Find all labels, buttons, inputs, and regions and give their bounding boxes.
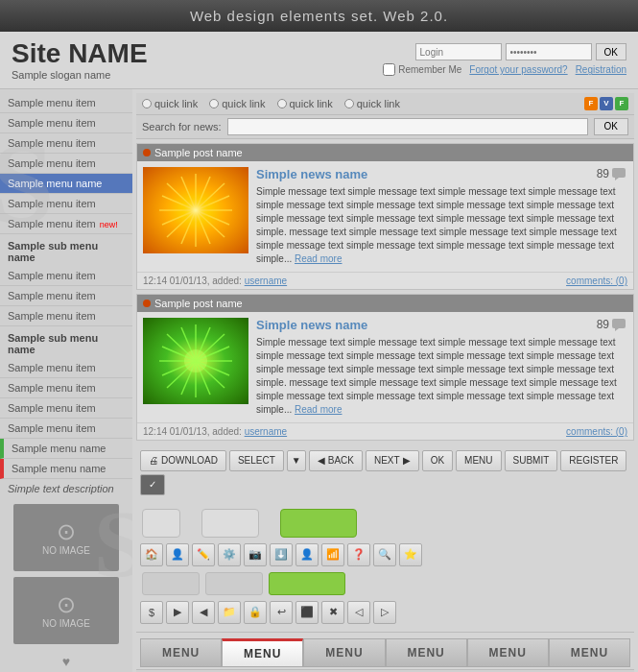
sidebar-item-10[interactable]: Sample menu item: [0, 378, 132, 398]
quick-link-4[interactable]: quick link: [344, 98, 400, 109]
camera-icon-2: ⊙: [57, 591, 76, 618]
settings-icon-btn[interactable]: ⚙️: [218, 543, 241, 566]
svg-marker-37: [615, 328, 619, 331]
submit-button[interactable]: SUBMIT: [505, 450, 558, 471]
check-button[interactable]: ✓: [140, 474, 165, 495]
reply-icon-btn[interactable]: ↩: [270, 601, 293, 624]
bubble-green-1: [280, 509, 357, 538]
bottom-tab-3[interactable]: MENU: [303, 638, 385, 667]
post-2-dot: [143, 300, 151, 307]
svg-point-35: [184, 349, 207, 372]
sidebar-item-red[interactable]: Sample menu name: [0, 459, 132, 479]
sidebar-item-4[interactable]: Sample menu item: [0, 154, 132, 174]
menu-button[interactable]: MENU: [456, 450, 501, 471]
sidebar-item-active[interactable]: Sample menu name: [0, 174, 132, 194]
prev-icon-btn[interactable]: ◁: [347, 601, 370, 624]
sidebar-item-7[interactable]: Sample menu item: [0, 286, 132, 306]
post-2-username[interactable]: username: [245, 426, 287, 437]
post-1-title-row: Simple news name 89: [256, 167, 627, 181]
rss-icon-blue[interactable]: V: [600, 97, 613, 110]
post-2-comments[interactable]: comments: (0): [566, 426, 627, 437]
search-input[interactable]: [227, 118, 588, 135]
search-ok-button[interactable]: OK: [594, 118, 628, 135]
camera-icon-btn[interactable]: 📷: [244, 543, 267, 566]
sidebar-item-9[interactable]: Sample menu item: [0, 358, 132, 378]
sidebar-item-1[interactable]: Sample menu item: [0, 93, 132, 113]
bottom-tab-2-active[interactable]: MENU: [222, 638, 303, 667]
user2-icon-btn[interactable]: 👤: [295, 543, 319, 566]
signal-icon-btn[interactable]: 📶: [321, 543, 344, 566]
header: Site NAME Sample slogan name OK Remember…: [0, 32, 638, 89]
ok-button[interactable]: OK: [422, 450, 453, 471]
download-icon-btn[interactable]: ⬇️: [270, 543, 293, 566]
close-icon-btn[interactable]: ✖: [321, 601, 344, 624]
sidebar-item-12[interactable]: Sample menu item: [0, 419, 132, 439]
rewind-icon-btn[interactable]: ◀: [192, 601, 215, 624]
sidebar-item-green[interactable]: Sample menu name: [0, 439, 132, 459]
edit-icon-btn[interactable]: ✏️: [192, 543, 215, 566]
heart-icon[interactable]: ♥: [0, 650, 132, 672]
square-icon-btn[interactable]: ⬛: [295, 601, 319, 624]
svg-rect-17: [612, 168, 626, 178]
lock-icon-btn[interactable]: 🔒: [244, 601, 267, 624]
post-2-title[interactable]: Simple news name: [256, 318, 367, 332]
rss-icon-orange[interactable]: F: [584, 97, 598, 110]
bubble-right-1: [201, 509, 259, 538]
post-1-comments[interactable]: comments: (0): [566, 276, 627, 286]
post-2-image: [143, 318, 248, 404]
bottom-tab-5[interactable]: MENU: [467, 638, 549, 667]
play-icon-btn[interactable]: ▶: [166, 601, 189, 624]
dropdown-button[interactable]: ▼: [287, 450, 306, 471]
quick-link-1[interactable]: quick link: [142, 98, 198, 109]
comment-bubble-icon-2: [612, 319, 627, 331]
sidebar-item-11[interactable]: Sample menu item: [0, 398, 132, 419]
post-1-title[interactable]: Simple news name: [256, 167, 367, 181]
icon-row-1: 🏠 👤 ✏️ ⚙️ 📷 ⬇️ 👤 📶 ❓ 🔍 ⭐: [140, 543, 630, 566]
sidebar-item-5[interactable]: Sample menu item: [0, 194, 132, 214]
bubbles-row: [140, 505, 630, 541]
bottom-tab-1[interactable]: MENU: [140, 638, 222, 667]
post-2-read-more[interactable]: Read more: [295, 404, 342, 415]
post-1-username[interactable]: username: [245, 276, 287, 286]
quick-link-radio-1: [142, 99, 152, 108]
password-input[interactable]: [506, 43, 592, 60]
sidebar-item-8[interactable]: Sample menu item: [0, 306, 132, 326]
quick-link-3[interactable]: quick link: [277, 98, 333, 109]
remember-me-checkbox[interactable]: [383, 63, 395, 76]
button-row: 🖨 DOWNLOAD SELECT ▼ ◀ BACK NEXT ▶ OK MEN…: [136, 444, 634, 501]
post-1-footer: 12:14 01/01/13, added: username comments…: [137, 272, 633, 289]
remember-me-label[interactable]: Remember Me: [383, 63, 461, 76]
forgot-password-link[interactable]: Forgot your password?: [469, 64, 567, 75]
home-icon-btn[interactable]: 🏠: [140, 543, 163, 566]
folder-icon-btn[interactable]: 📁: [218, 601, 241, 624]
bottom-tab-6[interactable]: MENU: [549, 638, 630, 667]
sidebar-item-6[interactable]: Sample menu item: [0, 266, 132, 286]
sidebar-item-3[interactable]: Sample menu item: [0, 133, 132, 154]
svg-marker-18: [615, 178, 619, 180]
rss-icon-green[interactable]: F: [615, 97, 628, 110]
select-button[interactable]: SELECT: [229, 450, 284, 471]
login-button[interactable]: OK: [596, 43, 626, 60]
star-icon-btn[interactable]: ⭐: [399, 543, 422, 566]
shapes-row: [140, 568, 630, 599]
login-input[interactable]: [415, 43, 502, 60]
post-2-footer: 12:14 01/01/13, added: username comments…: [137, 422, 633, 440]
sidebar-item-2[interactable]: Sample menu item: [0, 113, 132, 133]
fwd-icon-btn[interactable]: ▷: [373, 601, 396, 624]
user-icon-btn[interactable]: 👤: [166, 543, 189, 566]
bottom-tab-4[interactable]: MENU: [386, 638, 467, 667]
sidebar-subheader-1: Sample sub menu name: [0, 234, 132, 266]
post-1-read-more[interactable]: Read more: [295, 253, 342, 264]
sidebar-item-new[interactable]: Sample menu item: [0, 214, 132, 234]
login-links: Remember Me Forgot your password? Regist…: [383, 63, 626, 76]
search-icon-btn[interactable]: 🔍: [373, 543, 396, 566]
quick-link-2[interactable]: quick link: [209, 98, 265, 109]
next-button[interactable]: NEXT ▶: [366, 450, 419, 471]
dollar-icon-btn[interactable]: $: [140, 601, 163, 624]
register-button[interactable]: REGISTER: [560, 450, 626, 471]
register-link[interactable]: Registration: [576, 64, 626, 75]
post-2-image-green: [143, 318, 248, 404]
download-button[interactable]: 🖨 DOWNLOAD: [140, 450, 226, 471]
back-button[interactable]: ◀ BACK: [309, 450, 363, 471]
help-icon-btn[interactable]: ❓: [347, 543, 370, 566]
